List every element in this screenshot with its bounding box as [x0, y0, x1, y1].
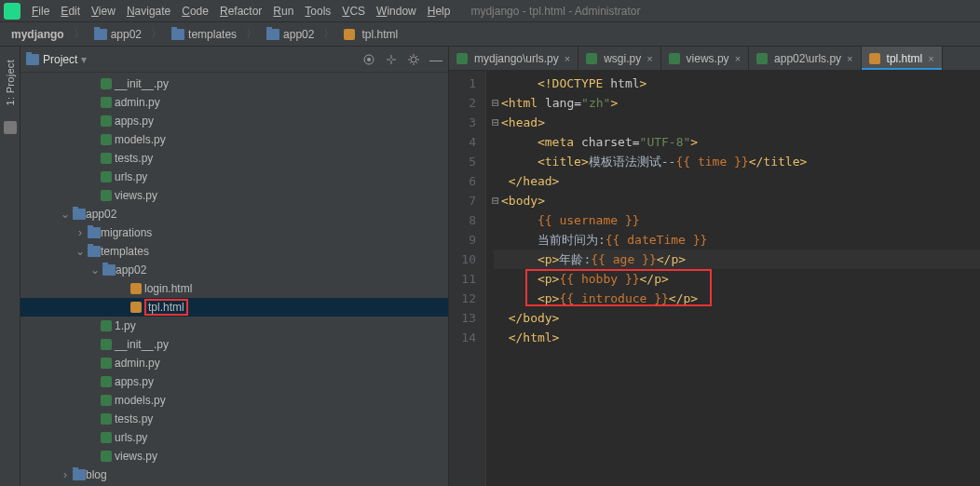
chevron-down-icon[interactable]: ⌄: [58, 208, 73, 221]
folder-icon: [73, 469, 86, 480]
menu-item[interactable]: Refactor: [214, 3, 267, 20]
hide-icon[interactable]: —: [429, 53, 442, 66]
line-number: 13: [449, 308, 476, 328]
menu-item[interactable]: File: [26, 3, 55, 20]
dropdown-icon[interactable]: ▾: [81, 53, 87, 66]
code-area[interactable]: 1234567891011121314 <!DOCTYPE html> ⊟<ht…: [449, 71, 980, 486]
menu-item[interactable]: Navigate: [121, 3, 176, 20]
line-number: 4: [449, 132, 476, 152]
tree-row[interactable]: tests.py: [20, 410, 448, 428]
menu-item[interactable]: Tools: [299, 3, 336, 20]
editor-tab[interactable]: views.py×: [661, 47, 749, 70]
breadcrumb-item[interactable]: mydjango: [7, 26, 68, 43]
python-file-icon: [456, 53, 468, 64]
breadcrumb-item[interactable]: templates: [168, 26, 240, 43]
menu-item[interactable]: Code: [176, 3, 214, 20]
chevron-right-icon[interactable]: ›: [73, 226, 88, 239]
tab-label: mydjango\urls.py: [474, 52, 559, 65]
breadcrumb-item[interactable]: tpl.html: [340, 26, 402, 43]
editor-tab[interactable]: app02\urls.py×: [749, 47, 861, 70]
tree-row[interactable]: tests.py: [20, 149, 448, 168]
tree-label: views.py: [115, 450, 157, 463]
line-number: 6: [449, 171, 476, 191]
structure-tool-icon[interactable]: [4, 121, 17, 134]
menu-item[interactable]: Edit: [55, 3, 86, 20]
tree-label: app02: [116, 263, 146, 277]
editor-tab[interactable]: mydjango\urls.py×: [449, 47, 578, 70]
python-file-icon: [669, 53, 680, 64]
breadcrumb-item[interactable]: app02: [90, 26, 145, 43]
tree-row[interactable]: views.py: [20, 186, 448, 205]
tree-row[interactable]: urls.py: [20, 168, 448, 186]
menu-item[interactable]: Run: [267, 3, 299, 20]
tree-row[interactable]: login.html: [20, 279, 448, 298]
html-file-icon: [130, 283, 142, 294]
collapse-icon[interactable]: [385, 53, 398, 66]
tree-row[interactable]: admin.py: [20, 93, 448, 112]
python-file-icon: [101, 134, 112, 145]
folder-icon: [94, 29, 107, 40]
close-icon[interactable]: ×: [647, 53, 652, 64]
chevron-down-icon[interactable]: ⌄: [88, 263, 102, 277]
tree-row[interactable]: apps.py: [20, 112, 448, 130]
folder-icon: [73, 209, 86, 220]
tree-row[interactable]: › blog: [20, 466, 448, 484]
tree-label: urls.py: [115, 431, 147, 444]
gear-icon[interactable]: [407, 53, 420, 66]
tree-label: 1.py: [115, 319, 136, 332]
breadcrumb-item[interactable]: app02: [263, 26, 318, 43]
panel-header: Project ▾ —: [20, 47, 448, 73]
tree-row[interactable]: __init__.py: [20, 74, 448, 93]
python-file-icon: [101, 395, 112, 406]
tree-row[interactable]: tpl.html: [20, 298, 448, 317]
tree-label: __init__.py: [115, 77, 169, 90]
panel-title[interactable]: Project: [43, 53, 77, 66]
project-tool-tab[interactable]: 1: Project: [3, 54, 18, 111]
tree-row[interactable]: admin.py: [20, 354, 448, 372]
tree-label: __init__.py: [115, 338, 169, 351]
editor-tab[interactable]: tpl.html×: [862, 47, 943, 70]
tree-row[interactable]: › migrations: [20, 223, 448, 242]
tree-row[interactable]: apps.py: [20, 372, 448, 391]
tree-row[interactable]: urls.py: [20, 428, 448, 447]
svg-point-2: [411, 57, 416, 62]
tree-row[interactable]: __init__.py: [20, 335, 448, 354]
menu-item[interactable]: Help: [422, 3, 456, 20]
tab-label: app02\urls.py: [774, 52, 841, 65]
tree-row[interactable]: ⌄ templates: [20, 242, 448, 261]
breadcrumb: mydjango〉 app02〉 templates〉 app02〉 tpl.h…: [0, 22, 980, 47]
python-file-icon: [101, 413, 112, 425]
tree-label: apps.py: [115, 115, 154, 128]
tree-row[interactable]: models.py: [20, 391, 448, 410]
close-icon[interactable]: ×: [735, 53, 741, 64]
html-file-icon: [869, 53, 880, 64]
line-number: 7: [449, 191, 476, 210]
line-number: 5: [449, 152, 476, 171]
python-file-icon: [101, 320, 112, 331]
tree-row[interactable]: ⌄ app02: [20, 261, 448, 279]
tree-label: urls.py: [115, 170, 147, 183]
code-lines[interactable]: <!DOCTYPE html> ⊟<html lang="zh"> ⊟<head…: [486, 71, 980, 486]
folder-icon: [171, 29, 184, 40]
close-icon[interactable]: ×: [565, 53, 570, 64]
editor-tab[interactable]: wsgi.py×: [578, 47, 660, 70]
menu-item[interactable]: VCS: [336, 3, 371, 20]
close-icon[interactable]: ×: [928, 53, 933, 64]
menu-item[interactable]: View: [86, 3, 121, 20]
html-file-icon: [344, 29, 355, 40]
menu-item[interactable]: Window: [371, 3, 422, 20]
close-icon[interactable]: ×: [847, 53, 852, 64]
chevron-right-icon[interactable]: ›: [58, 468, 73, 481]
folder-icon: [266, 29, 279, 40]
chevron-down-icon[interactable]: ⌄: [73, 245, 88, 258]
tree-row[interactable]: models.py: [20, 130, 448, 149]
project-tree[interactable]: __init__.pyadmin.pyapps.pymodels.pytests…: [20, 73, 448, 486]
tree-row[interactable]: ⌄ app02: [20, 205, 448, 223]
project-panel: Project ▾ — __init__.pyadmin.pyapps.pymo…: [20, 47, 449, 486]
tree-row[interactable]: 1.py: [20, 317, 448, 335]
tree-row[interactable]: views.py: [20, 447, 448, 466]
locate-icon[interactable]: [362, 53, 375, 66]
python-file-icon: [586, 53, 597, 64]
tree-label: tests.py: [115, 152, 153, 165]
python-file-icon: [101, 171, 112, 182]
